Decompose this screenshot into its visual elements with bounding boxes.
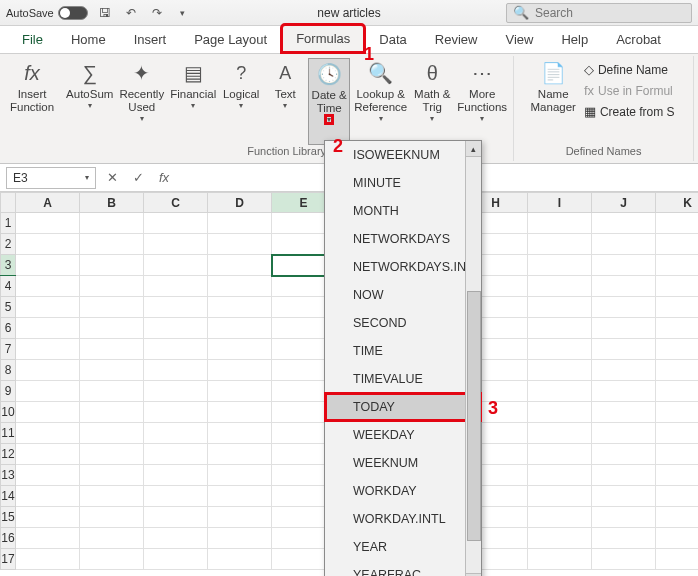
row-header[interactable]: 12 bbox=[1, 444, 16, 465]
tab-pagelayout[interactable]: Page Layout bbox=[180, 26, 281, 53]
cell[interactable] bbox=[656, 381, 699, 402]
column-header[interactable]: C bbox=[144, 193, 208, 213]
cell[interactable] bbox=[528, 528, 592, 549]
row-header[interactable]: 13 bbox=[1, 465, 16, 486]
cell[interactable] bbox=[144, 234, 208, 255]
cell[interactable] bbox=[656, 234, 699, 255]
cell[interactable] bbox=[592, 423, 656, 444]
cell[interactable] bbox=[16, 549, 80, 570]
row-header[interactable]: 8 bbox=[1, 360, 16, 381]
cell[interactable] bbox=[208, 528, 272, 549]
cell[interactable] bbox=[528, 549, 592, 570]
cell[interactable] bbox=[144, 213, 208, 234]
cell[interactable] bbox=[208, 444, 272, 465]
column-header[interactable]: B bbox=[80, 193, 144, 213]
cell[interactable] bbox=[16, 360, 80, 381]
dropdown-item-month[interactable]: MONTH bbox=[325, 197, 481, 225]
cell[interactable] bbox=[528, 381, 592, 402]
row-header[interactable]: 11 bbox=[1, 423, 16, 444]
row-header[interactable]: 6 bbox=[1, 318, 16, 339]
cell[interactable] bbox=[656, 213, 699, 234]
name-manager-button[interactable]: 📄 Name Manager bbox=[529, 58, 578, 114]
cell[interactable] bbox=[592, 255, 656, 276]
tab-formulas[interactable]: Formulas bbox=[281, 24, 365, 53]
cell[interactable] bbox=[16, 444, 80, 465]
cell[interactable] bbox=[528, 507, 592, 528]
dropdown-item-networkdays-intl[interactable]: NETWORKDAYS.INTL bbox=[325, 253, 481, 281]
cell[interactable] bbox=[592, 486, 656, 507]
cell[interactable] bbox=[16, 318, 80, 339]
autosave-control[interactable]: AutoSave bbox=[6, 6, 88, 20]
cell[interactable] bbox=[592, 339, 656, 360]
cell[interactable] bbox=[592, 234, 656, 255]
cell[interactable] bbox=[592, 402, 656, 423]
cell[interactable] bbox=[592, 465, 656, 486]
cell[interactable] bbox=[16, 486, 80, 507]
row-header[interactable]: 14 bbox=[1, 486, 16, 507]
text-button[interactable]: A Text ▾ bbox=[264, 58, 306, 145]
cell[interactable] bbox=[16, 297, 80, 318]
cell[interactable] bbox=[144, 276, 208, 297]
cell[interactable] bbox=[208, 213, 272, 234]
cell[interactable] bbox=[528, 360, 592, 381]
cell[interactable] bbox=[80, 507, 144, 528]
search-input[interactable] bbox=[535, 6, 685, 20]
dropdown-item-timevalue[interactable]: TIMEVALUE bbox=[325, 365, 481, 393]
cell[interactable] bbox=[80, 360, 144, 381]
cell[interactable] bbox=[656, 507, 699, 528]
column-header[interactable]: J bbox=[592, 193, 656, 213]
cell[interactable] bbox=[16, 255, 80, 276]
create-from-selection-button[interactable]: ▦ Create from S bbox=[580, 102, 679, 121]
recently-used-button[interactable]: ✦ Recently Used ▾ bbox=[117, 58, 166, 145]
dropdown-item-networkdays[interactable]: NETWORKDAYS bbox=[325, 225, 481, 253]
cell[interactable] bbox=[656, 402, 699, 423]
cell[interactable] bbox=[16, 339, 80, 360]
cell[interactable] bbox=[16, 402, 80, 423]
cell[interactable] bbox=[16, 213, 80, 234]
cell[interactable] bbox=[144, 486, 208, 507]
cell[interactable] bbox=[144, 297, 208, 318]
cell[interactable] bbox=[144, 339, 208, 360]
tab-file[interactable]: File bbox=[8, 26, 57, 53]
cell[interactable] bbox=[656, 297, 699, 318]
column-header[interactable]: I bbox=[528, 193, 592, 213]
cell[interactable] bbox=[144, 465, 208, 486]
cell[interactable] bbox=[656, 549, 699, 570]
cell[interactable] bbox=[144, 318, 208, 339]
cell[interactable] bbox=[592, 276, 656, 297]
cell[interactable] bbox=[528, 276, 592, 297]
cell[interactable] bbox=[208, 402, 272, 423]
cell[interactable] bbox=[528, 402, 592, 423]
autosum-button[interactable]: ∑ AutoSum ▾ bbox=[64, 58, 115, 145]
cell[interactable] bbox=[144, 528, 208, 549]
cell[interactable] bbox=[80, 381, 144, 402]
cell[interactable] bbox=[656, 465, 699, 486]
cell[interactable] bbox=[656, 360, 699, 381]
row-header[interactable]: 5 bbox=[1, 297, 16, 318]
cell[interactable] bbox=[16, 381, 80, 402]
redo-icon[interactable]: ↷ bbox=[148, 4, 166, 22]
cell[interactable] bbox=[80, 255, 144, 276]
cell[interactable] bbox=[80, 444, 144, 465]
more-functions-button[interactable]: ⋯ More Functions ▾ bbox=[455, 58, 509, 145]
scroll-up-icon[interactable]: ▴ bbox=[466, 141, 481, 157]
scroll-thumb[interactable] bbox=[467, 291, 481, 541]
column-header[interactable]: D bbox=[208, 193, 272, 213]
dropdown-item-second[interactable]: SECOND bbox=[325, 309, 481, 337]
define-name-button[interactable]: ◇ Define Name bbox=[580, 60, 679, 79]
cell[interactable] bbox=[528, 255, 592, 276]
cell[interactable] bbox=[592, 507, 656, 528]
tab-home[interactable]: Home bbox=[57, 26, 120, 53]
row-header[interactable]: 10 bbox=[1, 402, 16, 423]
cell[interactable] bbox=[80, 213, 144, 234]
cell[interactable] bbox=[80, 234, 144, 255]
dropdown-item-minute[interactable]: MINUTE bbox=[325, 169, 481, 197]
fx-icon[interactable]: fx bbox=[154, 168, 174, 188]
use-in-formula-button[interactable]: fx Use in Formul bbox=[580, 81, 679, 100]
cell[interactable] bbox=[208, 423, 272, 444]
lookup-reference-button[interactable]: 🔍 Lookup & Reference ▾ bbox=[352, 58, 409, 145]
cell[interactable] bbox=[592, 360, 656, 381]
cell[interactable] bbox=[144, 507, 208, 528]
cell[interactable] bbox=[656, 318, 699, 339]
cell[interactable] bbox=[656, 423, 699, 444]
